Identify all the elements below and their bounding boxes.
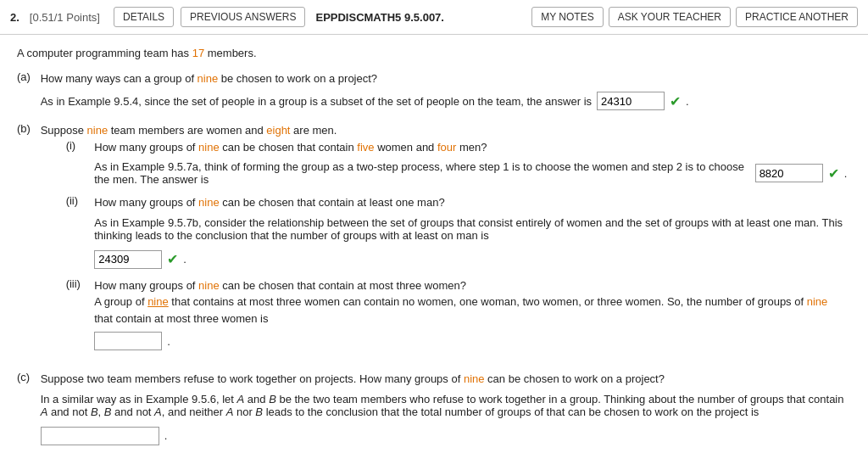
sub-part-ii-answer-text: As in Example 9.5.7b, consider the relat… [94,216,847,242]
sub-part-iii-input[interactable] [94,332,162,350]
part-a-label: (a) [17,70,37,83]
sub-part-ii-question: How many groups of nine can be chosen th… [94,194,847,211]
sub-part-i-answer-text: As in Example 9.5.7a, think of forming t… [94,160,749,186]
points-display: [0.51/1 Points] [30,11,100,24]
sub-part-iii-content: How many groups of nine can be chosen th… [94,277,847,351]
part-a-content: How many ways can a group of nine be cho… [41,70,849,111]
sub-part-iii-answer-text: A group of nine that contains at most th… [94,294,847,327]
spiii-nine2: nine [147,295,169,308]
sub-part-ii: (ii) How many groups of nine can be chos… [66,194,849,269]
spii-nine: nine [198,196,220,209]
right-buttons: MY NOTES ASK YOUR TEACHER PRACTICE ANOTH… [531,7,858,27]
sub-part-iii-label: (iii) [66,277,92,290]
sub-part-i-checkmark: ✔ [828,165,839,182]
content-area: A computer programming team has 17 membe… [0,35,868,453]
part-a: (a) How many ways can a group of nine be… [17,70,851,111]
spi-four: four [437,141,456,154]
details-button[interactable]: DETAILS [114,7,174,27]
part-b-eight: eight [266,124,290,137]
sub-part-ii-checkmark: ✔ [167,251,178,267]
ask-teacher-button[interactable]: ASK YOUR TEACHER [609,7,731,27]
part-c-question: Suppose two team members refuse to work … [41,371,849,388]
part-a-period: . [686,95,689,108]
part-b-label: (b) [17,122,37,135]
sub-part-i-content: How many groups of nine can be chosen th… [94,139,847,187]
spi-nine: nine [198,141,220,154]
sub-part-i-input[interactable] [755,164,823,182]
sub-part-ii-input[interactable] [94,250,162,269]
part-a-checkmark: ✔ [670,93,681,109]
top-bar: 2. [0.51/1 Points] DETAILS PREVIOUS ANSW… [0,0,868,35]
sub-part-ii-period: . [183,253,186,266]
sub-part-ii-label: (ii) [66,194,92,207]
spiii-nine: nine [198,279,220,292]
part-b: (b) Suppose nine team members are women … [17,122,851,359]
sub-part-i-answer-line: As in Example 9.5.7a, think of forming t… [94,160,847,186]
part-c-answer-text: In a similar way as in Example 9.5.6, le… [41,393,849,418]
question-number: 2. [10,11,19,24]
spiii-nine3: nine [807,295,828,308]
part-a-question: How many ways can a group of nine be cho… [41,70,849,87]
sub-part-iii: (iii) How many groups of nine can be cho… [66,277,849,351]
previous-answers-button[interactable]: PREVIOUS ANSWERS [181,7,305,27]
sub-part-iii-answer-line: . [94,332,847,350]
part-c-content: Suppose two team members refuse to work … [41,371,849,445]
sub-part-iii-question: How many groups of nine can be chosen th… [94,277,847,294]
part-b-question: Suppose nine team members are women and … [41,122,849,139]
problem-id: EPPDISCMATH5 9.5.007. [315,11,443,24]
sub-part-ii-content: How many groups of nine can be chosen th… [94,194,847,269]
partc-nine: nine [464,372,485,385]
part-c-period: . [164,429,168,442]
intro-text: A computer programming team has 17 membe… [17,45,851,62]
sub-part-i-period: . [844,167,848,180]
part-b-nine: nine [87,124,108,137]
intro-number: 17 [192,47,204,59]
my-notes-button[interactable]: MY NOTES [531,7,603,27]
sub-part-ii-answer-line: As in Example 9.5.7b, consider the relat… [94,216,847,269]
sub-part-iii-period: . [167,335,170,348]
part-a-answer-line: As in Example 9.5.4, since the set of pe… [41,92,849,110]
spi-five: five [357,141,374,154]
part-c-input[interactable] [41,427,159,445]
part-c: (c) Suppose two team members refuse to w… [17,371,851,445]
sub-part-i: (i) How many groups of nine can be chose… [66,139,849,187]
sub-part-i-label: (i) [66,139,92,152]
part-b-content: Suppose nine team members are women and … [41,122,849,359]
part-a-answer-text: As in Example 9.5.4, since the set of pe… [41,95,592,108]
sub-part-i-question: How many groups of nine can be chosen th… [94,139,847,156]
part-a-highlight: nine [198,72,219,85]
part-c-answer-line: In a similar way as in Example 9.5.6, le… [41,393,849,445]
part-c-label: (c) [17,371,37,383]
part-a-input[interactable] [597,92,665,110]
practice-another-button[interactable]: PRACTICE ANOTHER [736,7,858,27]
